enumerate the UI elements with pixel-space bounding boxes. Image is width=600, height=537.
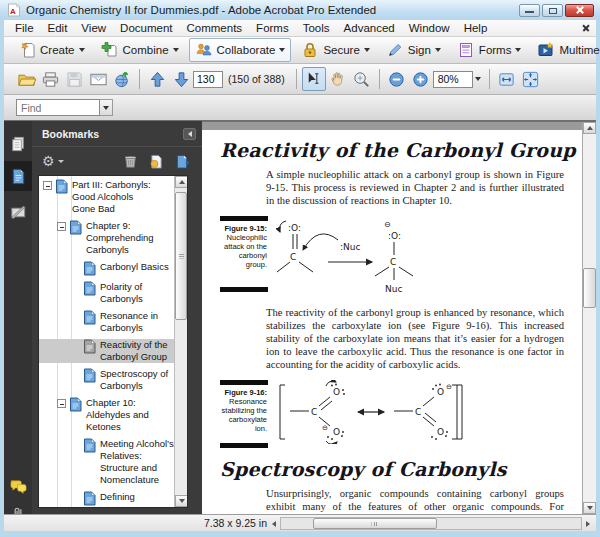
bookmark-item[interactable]: Polarity of Carbonyls [39,281,174,305]
bookmark-page-icon [55,179,68,194]
menu-item[interactable]: Document [113,20,179,36]
menu-item[interactable]: File [8,20,41,36]
scroll-up-arrow[interactable] [583,122,596,134]
save-button[interactable] [62,67,86,91]
document-scrollbar[interactable] [582,122,596,514]
minimize-button[interactable] [519,4,540,17]
task-toolbar-button[interactable]: Forms [451,38,528,62]
menu-item[interactable]: Window [402,20,457,36]
task-toolbar-button[interactable]: Multimedia [531,38,600,62]
forms-icon [457,41,475,59]
bookmark-label[interactable]: Carbonyl Basics [100,261,169,273]
collapse-minus-icon[interactable] [43,181,52,190]
task-toolbar-button[interactable]: Combine [95,38,185,62]
bookmark-item[interactable]: Chapter 10: Aldehydes and Ketones [39,397,174,433]
paragraph: Unsurprisingly, organic compounds contai… [266,487,564,514]
find-options-button[interactable] [100,99,113,116]
find-input[interactable] [16,99,100,116]
scroll-left-arrow[interactable] [268,517,280,530]
scrolling-mode-button[interactable] [495,67,519,91]
task-toolbar-button[interactable]: Create [12,38,91,62]
task-toolbar-button[interactable]: Collaborate [189,38,292,62]
zoom-out-icon [387,70,406,89]
menu-item[interactable]: Comments [180,20,250,36]
scrollbar-track[interactable] [280,517,582,530]
bookmark-label[interactable]: Chapter 10: Aldehydes and Ketones [86,397,168,433]
task-button-label: Combine [123,44,169,56]
next-page-button[interactable] [169,67,193,91]
bookmark-item[interactable]: Chapter 9: Comprehending Carbonyls [39,220,174,256]
task-toolbar-button[interactable]: Secure [295,38,375,62]
zoom-out-button[interactable] [385,67,409,91]
new-bookmark-button[interactable] [172,152,192,170]
bookmark-item[interactable]: Part III: Carbonyls: Good Alcohols Gone … [39,179,174,215]
bookmark-label[interactable]: Resonance in Carbonyls [100,310,174,334]
status-bar: 7.38 x 9.25 in [4,514,596,531]
options-gear-button[interactable]: ⚙ [42,154,64,168]
arrow-up-icon [148,70,167,89]
email-button[interactable] [86,67,110,91]
horizontal-scrollbar[interactable] [268,517,594,530]
bookmarks-scrollbar[interactable] [174,176,187,507]
collapse-minus-icon[interactable] [57,222,66,231]
bookmark-label[interactable]: Part III: Carbonyls: Good Alcohols Gone … [72,179,154,215]
scrollbar-thumb[interactable] [175,192,187,320]
zoom-dropdown-button[interactable] [473,71,484,88]
collapse-minus-icon[interactable] [57,399,66,408]
bookmark-item[interactable]: Meeting Alcohol’s Relatives: Structure a… [39,438,174,486]
delete-bookmark-button[interactable] [120,152,140,170]
task-button-label: Secure [323,44,359,56]
menu-item[interactable]: Advanced [337,20,402,36]
trash-icon [123,154,138,169]
task-toolbar-button[interactable]: Sign [380,38,447,62]
comments-panel-button[interactable] [4,471,32,501]
bookmark-item[interactable]: Reactivity of the Carbonyl Group [39,339,174,363]
hand-tool-button[interactable] [326,67,350,91]
pages-panel-button[interactable] [4,129,32,159]
page-number-input[interactable] [193,71,223,88]
fullscreen-button[interactable] [519,67,543,91]
bookmark-label[interactable]: Chapter 9: Comprehending Carbonyls [86,220,168,256]
print-button[interactable] [38,67,62,91]
menu-item[interactable]: Help [457,20,495,36]
menubar-close-icon[interactable] [581,23,591,33]
highlight-bookmark-button[interactable] [146,152,166,170]
acrobat-window: A Organic Chemistry II for Dummies.pdf -… [0,0,600,537]
svg-text:C: C [390,257,396,267]
scroll-right-arrow[interactable] [582,517,594,530]
chevron-down-icon [475,77,481,81]
bookmark-item[interactable]: Resonance in Carbonyls [39,310,174,334]
navigation-pane-strip [4,121,32,514]
bookmark-label[interactable]: Defining [100,491,135,503]
bookmark-label[interactable]: Spectroscopy of Carbonyls [100,368,174,392]
scroll-down-arrow[interactable] [175,495,188,507]
pdf-page[interactable]: Reactivity of the Carbonyl Group A simpl… [202,130,582,514]
bookmark-item[interactable]: Carbonyl Basics [39,261,174,276]
open-button[interactable] [14,67,38,91]
menu-item[interactable]: View [74,20,113,36]
bookmarks-panel-button[interactable] [4,161,32,191]
marquee-zoom-button[interactable] [350,67,374,91]
scroll-up-arrow[interactable] [175,176,188,188]
previous-page-button[interactable] [145,67,169,91]
bookmark-label[interactable]: Reactivity of the Carbonyl Group [100,339,174,363]
select-tool-button[interactable] [302,67,326,91]
share-button[interactable] [110,67,134,91]
zoom-in-button[interactable] [409,67,433,91]
bookmark-item[interactable]: Spectroscopy of Carbonyls [39,368,174,392]
menu-item[interactable]: Edit [41,20,75,36]
bookmark-label[interactable]: Polarity of Carbonyls [100,281,174,305]
maximize-button[interactable] [542,4,563,17]
scrollbar-thumb[interactable] [583,268,596,308]
scroll-down-arrow[interactable] [583,502,596,514]
zoom-level-input[interactable] [433,71,473,88]
collapse-panel-button[interactable] [183,128,196,140]
menu-item[interactable]: Tools [296,20,337,36]
bookmark-label[interactable]: Meeting Alcohol’s Relatives: Structure a… [100,438,174,486]
close-button[interactable] [565,4,594,17]
menu-item[interactable]: Forms [249,20,296,36]
figure-caption: Nucleophilic attack on the carbonyl grou… [224,233,267,269]
signatures-panel-button[interactable] [4,197,32,227]
scrollbar-thumb[interactable] [313,518,437,529]
bookmark-item[interactable]: Defining [39,491,174,506]
